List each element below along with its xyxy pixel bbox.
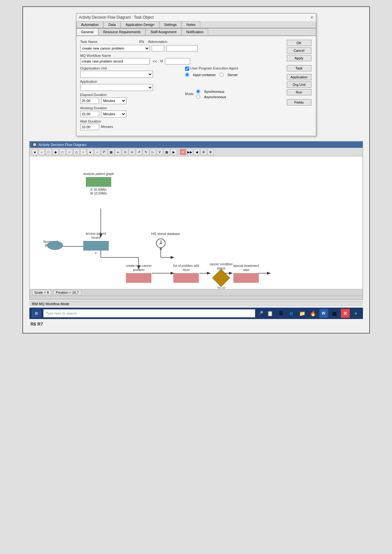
tab-settings[interactable]: Settings	[160, 21, 182, 28]
tab-application-design[interactable]: Application Design	[121, 21, 159, 28]
toolbar-sep-1	[178, 149, 178, 155]
working-input[interactable]	[80, 111, 99, 117]
tab-resource-requirements[interactable]: Resource Requirements	[99, 28, 146, 35]
toolbar-btn-grid2[interactable]: ▦	[164, 149, 170, 155]
wait-section: Wait Duration Minutes	[80, 119, 181, 130]
toolbar-btn-gear2[interactable]: ⚙	[208, 149, 214, 155]
elapsed-unit-select[interactable]: Minutes	[101, 97, 126, 104]
toolbar-btn-x[interactable]: ✕	[180, 149, 186, 155]
rn-input[interactable]	[152, 45, 164, 51]
toolbar-btn-v[interactable]: V	[157, 149, 163, 155]
synchronous-radio[interactable]	[196, 89, 200, 93]
working-unit-select[interactable]: Minutes	[101, 111, 126, 117]
taskbar-icon-fire[interactable]: 🔥	[309, 309, 317, 318]
tab-notification[interactable]: Notification	[182, 28, 208, 35]
id-input[interactable]	[165, 58, 190, 64]
close-button[interactable]: ×	[311, 15, 313, 20]
asynchronous-radio[interactable]	[196, 95, 200, 99]
taskbar-icon-close[interactable]: ✕	[341, 309, 350, 318]
toolbar-btn-1[interactable]: ◄	[32, 149, 38, 155]
toolbar-btn-7[interactable]: ◇	[73, 149, 80, 155]
toolbar-btn-p[interactable]: P	[101, 149, 107, 155]
taskbar-icon-clipboard[interactable]: 📋	[266, 309, 274, 318]
taskbar-icon-folder[interactable]: 📁	[298, 309, 307, 318]
scale-item: Scale = 8	[32, 290, 51, 295]
org-unit-select[interactable]	[80, 71, 153, 78]
task-button[interactable]: Task	[287, 65, 311, 71]
server-radio[interactable]	[220, 73, 224, 77]
toolbar-btn-2[interactable]: →	[39, 149, 45, 155]
taskbar-icon-monitor[interactable]: 🖥	[276, 309, 285, 318]
tab-general[interactable]: General	[76, 28, 98, 35]
taskbar-icon-edge[interactable]: e	[287, 309, 296, 318]
toolbar-btn-6[interactable]: ○	[66, 149, 73, 155]
workflow-area: 🔲 Activity Decision Flow Diagram ◄ → □ ◆…	[29, 141, 363, 300]
tab-data[interactable]: Data	[104, 21, 120, 28]
special-treatment-task-box[interactable]	[233, 273, 259, 283]
analysis-task-box[interactable]	[86, 177, 111, 187]
taskbar-icon-grid[interactable]: ▦	[330, 309, 339, 318]
apply-button[interactable]: Apply	[287, 55, 311, 61]
mic-icon[interactable]: 🎤	[258, 311, 263, 316]
task-name-select[interactable]: create new cancer problem	[80, 45, 150, 52]
tab-row-2: General Resource Requirements Staff Assi…	[76, 28, 316, 36]
create-cancer-task-box[interactable]	[126, 273, 151, 283]
toolbar-btn-play[interactable]: ▷	[150, 149, 156, 155]
access-sub: p	[95, 251, 97, 254]
fields-button[interactable]: Fields	[287, 99, 311, 105]
mq-workflow-input[interactable]	[80, 58, 150, 64]
clock-shape[interactable]	[156, 238, 166, 248]
org-unit-button[interactable]: Org.Unit	[287, 81, 311, 88]
user-program-checkbox[interactable]	[185, 67, 189, 71]
elapsed-input[interactable]	[80, 98, 99, 104]
his-label: HIS stored database	[151, 232, 180, 236]
oval-shape[interactable]	[47, 241, 63, 250]
toolbar-btn-search1[interactable]: ⊙	[122, 149, 128, 155]
ibm-mq-text: IBM MQ Workflow Mode	[32, 302, 69, 306]
tab-notes[interactable]: Notes	[182, 21, 200, 28]
start-button[interactable]: ⊞	[32, 310, 41, 317]
toolbar-btn-gear1[interactable]: ⚙	[201, 149, 207, 155]
cancel-button[interactable]: Cancel	[287, 47, 311, 54]
wait-unit-label: Minutes	[101, 125, 113, 129]
toolbar-btn-undo[interactable]: ↺	[136, 149, 142, 155]
input-container-radio[interactable]	[185, 73, 189, 77]
analysis-label: analysis patient graph	[83, 172, 114, 176]
position-item: Position = 16,7	[54, 290, 81, 295]
tab-row-1: Automation Data Application Design Setti…	[76, 21, 316, 28]
taskbar-icon-circle[interactable]: ●	[352, 309, 360, 318]
toolbar-btn-redo[interactable]: ↻	[143, 149, 149, 155]
ok-button[interactable]: OK	[287, 40, 311, 46]
abbreviation-input[interactable]	[166, 45, 198, 51]
toolbar-btn-10[interactable]: ○	[94, 149, 100, 155]
taskbar-icon-word[interactable]: W	[319, 309, 328, 318]
list-problem-task-box[interactable]	[173, 273, 199, 283]
tab-staff-assignment[interactable]: Staff Assignment	[146, 28, 181, 35]
toolbar-btn-search2[interactable]: ⊙	[129, 149, 135, 155]
run-button[interactable]: Run	[287, 89, 311, 95]
toolbar-btn-ff[interactable]: ▶▶	[187, 149, 193, 155]
access-task-box[interactable]	[83, 241, 109, 250]
toolbar-btn-8[interactable]: ○	[80, 149, 87, 155]
elapsed-label: Elapsed Duration	[80, 93, 181, 97]
search-bar[interactable]: Type here to search	[43, 309, 255, 317]
rn-label: RN	[139, 40, 144, 44]
application-select[interactable]	[80, 84, 153, 91]
application-button[interactable]: Application	[287, 74, 311, 80]
server-label: Server	[227, 73, 238, 77]
toolbar-btn-inf[interactable]: ∞	[115, 149, 121, 155]
wait-input[interactable]	[80, 124, 99, 130]
right-section: User Program Execution Agent Input conta…	[185, 66, 284, 132]
toolbar-btn-grid[interactable]: ▦	[108, 149, 114, 155]
tab-automation[interactable]: Automation	[76, 21, 104, 28]
toolbar-btn-5[interactable]: □	[59, 149, 66, 155]
scrollbar[interactable]	[30, 296, 363, 299]
cancer-diamond[interactable]	[212, 269, 230, 287]
working-section: Working Duration Minutes	[80, 106, 181, 117]
toolbar-btn-3[interactable]: □	[45, 149, 52, 155]
mq-workflow-section: MQ Workflow Name << Id	[80, 54, 284, 64]
toolbar-btn-arrow[interactable]: ▶	[171, 149, 177, 155]
toolbar-btn-back[interactable]: ◀	[194, 149, 200, 155]
toolbar-btn-4[interactable]: ◆	[52, 149, 59, 155]
toolbar-btn-9[interactable]: ●	[87, 149, 93, 155]
